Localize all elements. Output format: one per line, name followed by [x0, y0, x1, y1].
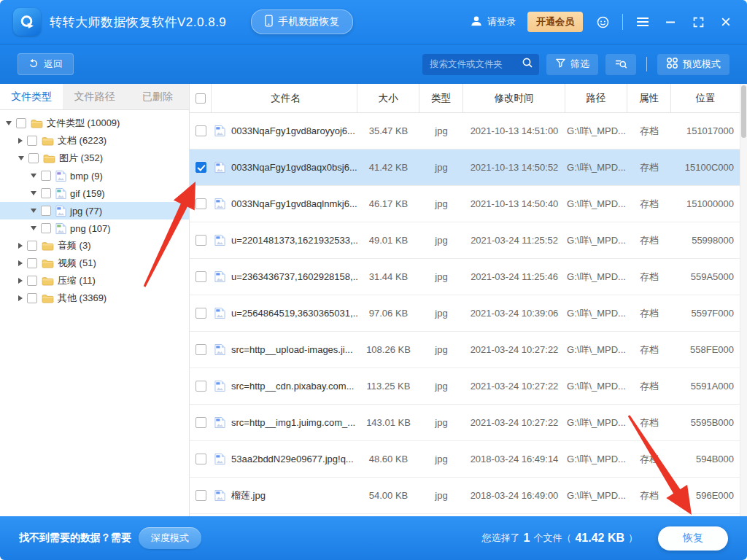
folder-icon — [42, 276, 54, 286]
file-size: 46.17 KB — [357, 198, 419, 209]
tree-item-压缩[interactable]: 压缩 (11) — [0, 272, 189, 289]
collapse-arrow-icon[interactable] — [31, 209, 36, 213]
preview-grid-icon — [666, 57, 678, 71]
search-input[interactable] — [430, 59, 522, 69]
tree-checkbox[interactable] — [27, 136, 37, 146]
row-checkbox[interactable] — [196, 417, 206, 428]
deep-mode-button[interactable]: 深度模式 — [139, 527, 201, 549]
close-button[interactable] — [718, 14, 734, 30]
tree-checkbox[interactable] — [41, 188, 51, 198]
maximize-button[interactable] — [690, 14, 706, 30]
collapse-arrow-icon[interactable] — [31, 226, 36, 230]
column-header-size[interactable]: 大小 — [357, 84, 419, 112]
table-row[interactable]: u=2564864519,3630365031,...97.06 KBjpg20… — [190, 295, 747, 332]
row-checkbox[interactable] — [196, 308, 206, 319]
collapse-arrow-icon[interactable] — [31, 174, 36, 178]
expand-arrow-icon[interactable] — [18, 243, 23, 249]
table-row[interactable]: 0033NqaFgy1gvd8aqx0bsj6...41.42 KBjpg202… — [190, 149, 747, 186]
scrollbar-thumb[interactable] — [741, 85, 746, 138]
preview-mode-button[interactable]: 预览模式 — [657, 54, 729, 75]
tree-checkbox[interactable] — [27, 293, 37, 303]
tab-file-path[interactable]: 文件路径 — [63, 84, 125, 109]
search-icon[interactable] — [522, 57, 533, 71]
file-table: 文件名 大小 类型 修改时间 路径 属性 位置 0033NqaFgy1gvd8a… — [190, 84, 747, 516]
row-checkbox[interactable] — [196, 125, 206, 136]
jpg-file-icon — [214, 489, 225, 502]
back-button[interactable]: 返回 — [18, 53, 74, 75]
expand-arrow-icon[interactable] — [18, 138, 23, 144]
search-in-results-button[interactable] — [605, 54, 636, 75]
row-checkbox[interactable] — [196, 162, 206, 173]
tree-checkbox[interactable] — [27, 276, 37, 286]
login-button[interactable]: 请登录 — [470, 15, 516, 30]
tree-checkbox[interactable] — [41, 206, 51, 216]
file-modified-time: 2021-10-13 14:51:00 — [463, 125, 565, 136]
tree-item-视频[interactable]: 视频 (51) — [0, 254, 189, 272]
table-row[interactable]: src=http__cdn.pixabay.com...113.25 KBjpg… — [190, 368, 747, 405]
tree-checkbox[interactable] — [16, 118, 26, 128]
file-tree: 文件类型 (10009)文档 (6223)图片 (352)bmp (9)gif … — [0, 110, 189, 307]
table-row[interactable]: src=http__img1.juimg.com_...143.01 KBjpg… — [190, 405, 747, 441]
column-header-filename[interactable]: 文件名 — [212, 84, 357, 112]
tree-item-音频[interactable]: 音频 (3) — [0, 237, 189, 254]
tree-item-png[interactable]: png (107) — [0, 219, 189, 237]
collapse-arrow-icon[interactable] — [31, 191, 36, 195]
tree-item-gif[interactable]: gif (159) — [0, 184, 189, 202]
table-row[interactable]: u=2201481373,1621932533,...49.01 KBjpg20… — [190, 222, 747, 259]
row-checkbox[interactable] — [196, 381, 206, 392]
tree-checkbox[interactable] — [27, 258, 37, 268]
menu-button[interactable] — [635, 14, 651, 30]
column-header-attr[interactable]: 属性 — [627, 84, 671, 112]
row-checkbox[interactable] — [196, 235, 206, 246]
table-row[interactable]: 0033NqaFgy1gvd8aqlnmkj6...46.17 KBjpg202… — [190, 186, 747, 222]
file-location: 559A5000 — [671, 271, 740, 282]
expand-arrow-icon[interactable] — [18, 295, 23, 301]
table-row[interactable]: src=http__upload-images.ji...108.26 KBjp… — [190, 332, 747, 368]
file-type: jpg — [419, 490, 463, 501]
tab-deleted[interactable]: 已删除 — [126, 84, 189, 109]
selection-unit: 个文件（ — [533, 532, 571, 545]
file-attribute: 存档 — [627, 489, 671, 502]
recover-button[interactable]: 恢复 — [658, 526, 728, 551]
row-checkbox[interactable] — [196, 198, 206, 209]
file-path: G:\咩\_MPD... — [565, 234, 627, 247]
select-all-checkbox[interactable] — [196, 93, 206, 104]
column-header-path[interactable]: 路径 — [565, 84, 627, 112]
tree-checkbox[interactable] — [41, 223, 51, 233]
table-row[interactable]: u=2363436737,1602928158,...31.44 KBjpg20… — [190, 259, 747, 295]
file-path: G:\咩\_MPD... — [565, 198, 627, 211]
expand-arrow-icon[interactable] — [18, 278, 23, 284]
tree-checkbox[interactable] — [28, 153, 39, 163]
row-checkbox[interactable] — [196, 271, 206, 282]
row-checkbox[interactable] — [196, 344, 206, 355]
phone-recovery-button[interactable]: 手机数据恢复 — [251, 9, 353, 34]
table-row[interactable]: 榴莲.jpg54.00 KBjpg2018-03-24 16:49:00G:\咩… — [190, 478, 747, 514]
column-header-modified[interactable]: 修改时间 — [463, 84, 565, 112]
table-row[interactable]: 53aa2bddN29e09677.jpg!q...48.60 KBjpg201… — [190, 441, 747, 478]
sidebar: 文件类型 文件路径 已删除 文件类型 (10009)文档 (6223)图片 (3… — [0, 84, 190, 516]
tree-item-其他[interactable]: 其他 (3369) — [0, 289, 189, 307]
collapse-arrow-icon[interactable] — [18, 156, 24, 160]
tab-file-type[interactable]: 文件类型 — [0, 84, 63, 109]
column-header-location[interactable]: 位置 — [671, 84, 740, 112]
column-header-type[interactable]: 类型 — [419, 84, 463, 112]
row-checkbox[interactable] — [196, 454, 206, 464]
open-vip-button[interactable]: 开通会员 — [527, 12, 583, 32]
tree-item-bmp[interactable]: bmp (9) — [0, 167, 189, 184]
collapse-arrow-icon[interactable] — [6, 121, 12, 125]
file-type: jpg — [419, 454, 463, 464]
customer-service-icon[interactable] — [595, 14, 611, 30]
tree-item-jpg[interactable]: jpg (77) — [0, 202, 189, 219]
table-row[interactable]: 0033NqaFgy1gvd8aroyyoj6...35.47 KBjpg202… — [190, 113, 747, 149]
login-label: 请登录 — [487, 15, 516, 28]
tree-item-图片[interactable]: 图片 (352) — [0, 149, 189, 167]
tree-checkbox[interactable] — [41, 171, 51, 181]
tree-checkbox[interactable] — [27, 241, 37, 251]
minimize-button[interactable] — [662, 14, 678, 30]
expand-arrow-icon[interactable] — [18, 260, 23, 266]
filter-label: 筛选 — [570, 58, 589, 71]
filter-button[interactable]: 筛选 — [546, 54, 598, 75]
row-checkbox[interactable] — [196, 490, 206, 501]
tree-item-文档[interactable]: 文档 (6223) — [0, 132, 189, 149]
tree-item-文件类型[interactable]: 文件类型 (10009) — [0, 114, 189, 132]
